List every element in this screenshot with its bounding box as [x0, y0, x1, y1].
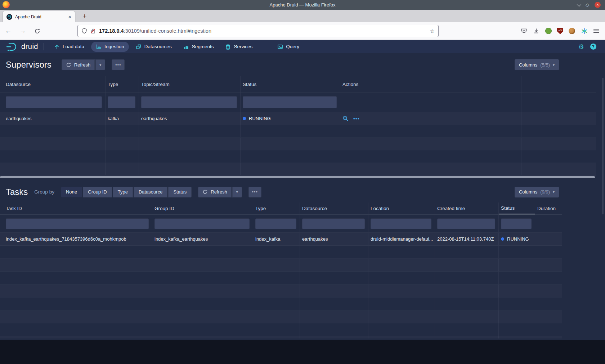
supervisors-columns-button[interactable]: Columns (5/5) ▾: [515, 59, 559, 70]
empty-row: [0, 138, 596, 150]
reload-button-icon[interactable]: [32, 28, 42, 34]
new-tab-button[interactable]: +: [80, 12, 89, 21]
druid-brand[interactable]: druid: [6, 42, 38, 51]
group-by-segmented-control: None Group ID Type Datasource Status: [61, 187, 192, 197]
browser-tab[interactable]: Apache Druid ×: [3, 11, 75, 22]
filter-status-input[interactable]: [501, 218, 532, 229]
group-by-type-button[interactable]: Type: [113, 187, 133, 197]
empty-row: [0, 323, 562, 336]
pocket-icon[interactable]: [520, 27, 528, 35]
filter-datasource-input[interactable]: [302, 218, 365, 229]
col-header-group-id[interactable]: Group ID: [152, 203, 253, 214]
cell-location[interactable]: druid-middlemanager-defaul...: [368, 233, 435, 245]
window-maximize-icon[interactable]: ◇: [586, 3, 589, 7]
window-titlebar: Apache Druid — Mozilla Firefox ◇ ×: [0, 0, 605, 10]
nav-datasources[interactable]: Datasources: [131, 42, 176, 52]
tasks-refresh-caret-button[interactable]: ▾: [232, 187, 242, 197]
filter-topic-stream-input[interactable]: [141, 96, 237, 108]
bottom-strip: [0, 340, 605, 364]
filter-type-input[interactable]: [108, 96, 135, 108]
help-icon[interactable]: ?: [590, 44, 596, 50]
console-icon: [277, 44, 283, 50]
nav-ingestion[interactable]: Ingestion: [91, 42, 129, 52]
cell-status[interactable]: RUNNING: [241, 112, 340, 125]
supervisors-title: Supervisors: [6, 60, 51, 70]
tab-close-icon[interactable]: ×: [66, 14, 71, 20]
screen: Apache Druid — Mozilla Firefox ◇ × Apach…: [0, 0, 605, 364]
nav-segments[interactable]: Segments: [179, 42, 219, 52]
window-close-button[interactable]: ×: [595, 2, 601, 8]
filter-created-time-input[interactable]: [437, 218, 495, 229]
tab-title: Apache Druid: [15, 14, 66, 19]
cell-group-id[interactable]: index_kafka_earthquakes: [152, 233, 253, 245]
nav-query[interactable]: Query: [273, 42, 304, 52]
tasks-refresh-button[interactable]: Refresh: [198, 187, 232, 197]
filter-status-input[interactable]: [243, 96, 337, 108]
url-bar[interactable]: 172.18.0.4:30109/unified-console.html#in…: [77, 25, 439, 37]
filter-datasource-input[interactable]: [6, 96, 102, 108]
window-title: Apache Druid — Mozilla Firefox: [270, 2, 336, 8]
col-header-actions[interactable]: Actions: [340, 76, 521, 92]
supervisors-more-button[interactable]: •••: [112, 59, 125, 70]
magnify-details-icon[interactable]: [342, 115, 349, 122]
col-header-type[interactable]: Type: [106, 76, 139, 92]
col-header-topic-stream[interactable]: Topic/Stream: [139, 76, 241, 92]
supervisors-refresh-caret-button[interactable]: ▾: [95, 59, 105, 70]
nav-load-data[interactable]: Load data: [49, 42, 89, 52]
supervisor-row[interactable]: earthquakes kafka earthquakes RUNNING ••…: [0, 112, 596, 125]
col-header-status[interactable]: Status: [241, 76, 340, 92]
col-header-duration[interactable]: Duration: [535, 203, 562, 214]
tasks-table-header: Task ID Group ID Type Datasource Locatio…: [0, 203, 562, 215]
col-header-type[interactable]: Type: [253, 203, 300, 214]
filter-type-input[interactable]: [255, 218, 296, 229]
filter-group-id-input[interactable]: [154, 218, 250, 229]
container-asterisk-icon[interactable]: [581, 27, 588, 35]
cell-type[interactable]: index_kafka: [253, 233, 300, 245]
tasks-more-button[interactable]: •••: [248, 187, 261, 197]
cookie-extension-icon[interactable]: [568, 27, 575, 35]
nav-services[interactable]: Services: [220, 42, 257, 52]
cell-datasource[interactable]: earthquakes: [0, 112, 106, 125]
col-header-datasource[interactable]: Datasource: [0, 76, 106, 92]
group-by-none-button[interactable]: None: [61, 187, 82, 197]
shield-icon[interactable]: [81, 28, 87, 34]
url-text: 172.18.0.4:30109/unified-console.html#in…: [99, 28, 426, 34]
cell-status[interactable]: RUNNING: [499, 233, 535, 245]
col-header-location[interactable]: Location: [368, 203, 435, 214]
group-by-status-button[interactable]: Status: [168, 187, 192, 197]
col-header-task-id[interactable]: Task ID: [0, 203, 152, 214]
cell-task-id[interactable]: index_kafka_earthquakes_7184357396d6c0a_…: [0, 233, 152, 245]
window-minimize-icon[interactable]: [577, 2, 582, 7]
cell-created-time[interactable]: 2022-08-15T14:11:03.740Z: [435, 233, 499, 245]
col-header-status-sorted[interactable]: Status: [499, 203, 535, 214]
col-header-datasource[interactable]: Datasource: [300, 203, 368, 214]
tasks-filter-row: [0, 215, 562, 233]
filter-location-input[interactable]: [371, 218, 431, 229]
hamburger-menu-icon[interactable]: [593, 27, 600, 35]
cell-datasource[interactable]: earthquakes: [300, 233, 368, 245]
group-by-datasource-button[interactable]: Datasource: [134, 187, 167, 197]
downloads-icon[interactable]: [533, 27, 540, 35]
privacy-badger-icon[interactable]: [545, 27, 552, 35]
refresh-icon: [202, 189, 208, 195]
refresh-icon: [66, 62, 71, 68]
tasks-columns-button[interactable]: Columns (9/9) ▾: [515, 187, 559, 197]
row-actions-more-icon[interactable]: •••: [353, 116, 360, 121]
horizontal-scrollbar[interactable]: [0, 176, 595, 178]
druid-favicon-icon: [6, 14, 12, 20]
bookmark-star-icon[interactable]: ☆: [430, 28, 435, 35]
lock-insecure-icon[interactable]: [90, 28, 96, 34]
forward-button-icon[interactable]: →: [18, 27, 27, 35]
back-button-icon[interactable]: ←: [4, 27, 13, 35]
task-row[interactable]: index_kafka_earthquakes_7184357396d6c0a_…: [0, 233, 562, 246]
cell-topic-stream[interactable]: earthquakes: [139, 112, 241, 125]
cell-type[interactable]: kafka: [106, 112, 139, 125]
supervisors-refresh-button[interactable]: Refresh: [62, 59, 95, 70]
filter-task-id-input[interactable]: [6, 218, 149, 229]
settings-gear-icon[interactable]: ⚙: [578, 44, 584, 50]
ublock-origin-icon[interactable]: uO: [557, 28, 563, 34]
running-status-dot: [243, 117, 246, 120]
druid-console: druid Load data Ingestion Datasources: [0, 40, 605, 340]
group-by-group-id-button[interactable]: Group ID: [83, 187, 112, 197]
col-header-created-time[interactable]: Created time: [435, 203, 499, 214]
